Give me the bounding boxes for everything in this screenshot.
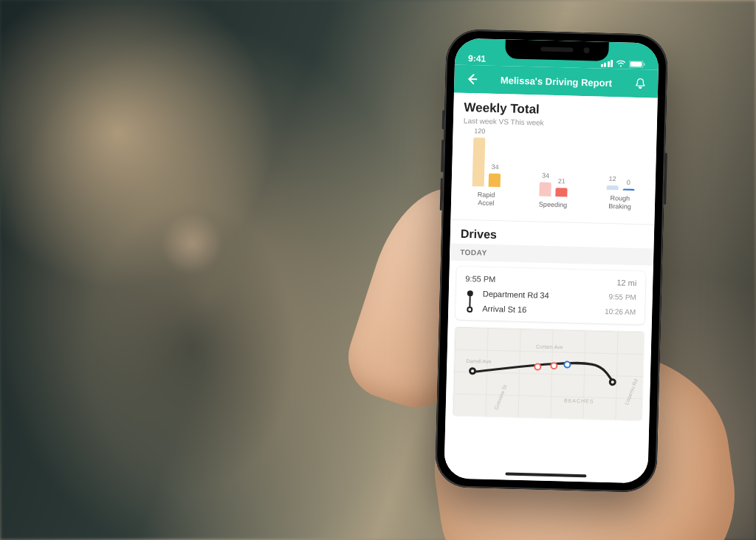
chart-metric: 12034RapidAccel — [461, 134, 513, 207]
notifications-button[interactable] — [631, 75, 650, 93]
drive-map[interactable]: Darrell Ave Cortam Ave Gosview St BEACHE… — [453, 327, 644, 421]
chart-bar: 21 — [555, 188, 567, 196]
bell-icon — [634, 78, 646, 89]
drives-title: Drives — [461, 228, 644, 245]
svg-rect-2 — [644, 63, 645, 66]
drive-card[interactable]: 9:55 PM 12 mi Department Rd 34 9:55 PM — [456, 267, 646, 325]
header-title: Melissa's Driving Report — [501, 75, 613, 89]
weekly-chart: 12034RapidAccel3421Speeding120RoughBraki… — [457, 132, 651, 211]
route-from-time: 9:55 PM — [608, 293, 636, 302]
chart-bar-value: 12 — [608, 175, 616, 182]
signal-icon — [600, 60, 613, 67]
route-to-time: 10:26 AM — [605, 307, 636, 317]
chart-bar: 120 — [472, 137, 486, 186]
drive-distance: 12 mi — [616, 278, 636, 287]
phone-frame: 9:41 Melissa's Driving Report — [435, 29, 668, 493]
chart-metric-label: RoughBraking — [608, 194, 631, 210]
chart-bar: 12 — [606, 185, 618, 191]
chart-bar: 34 — [539, 182, 551, 196]
chart-bar-value: 34 — [492, 163, 499, 170]
chart-metric: 3421Speeding — [528, 144, 580, 209]
svg-rect-1 — [630, 61, 642, 66]
status-time: 9:41 — [468, 53, 486, 64]
route-to: Arrival St 16 — [482, 304, 526, 315]
chart-bar-value: 0 — [627, 179, 630, 186]
route-icon — [464, 289, 475, 312]
chart-metric-label: RapidAccel — [477, 191, 495, 207]
content-scroll[interactable]: Weekly Total Last week VS This week 1203… — [444, 92, 658, 483]
chart-metric: 120RoughBraking — [594, 138, 647, 211]
back-button[interactable] — [463, 70, 481, 89]
map-route-path — [453, 327, 644, 421]
wifi-icon — [616, 60, 626, 67]
drive-time: 9:55 PM — [465, 274, 495, 284]
chart-bar-value: 21 — [558, 177, 566, 185]
battery-icon — [629, 61, 645, 69]
phone-screen: 9:41 Melissa's Driving Report — [444, 38, 659, 483]
phone-notch — [505, 39, 609, 61]
route-from: Department Rd 34 — [483, 290, 549, 300]
chart-bar-value: 34 — [542, 172, 549, 180]
back-arrow-icon — [465, 72, 478, 86]
chart-bar: 34 — [489, 173, 501, 187]
chart-metric-label: Speeding — [539, 200, 567, 208]
chart-bar: 0 — [622, 189, 634, 191]
chart-bar-value: 120 — [474, 128, 485, 135]
